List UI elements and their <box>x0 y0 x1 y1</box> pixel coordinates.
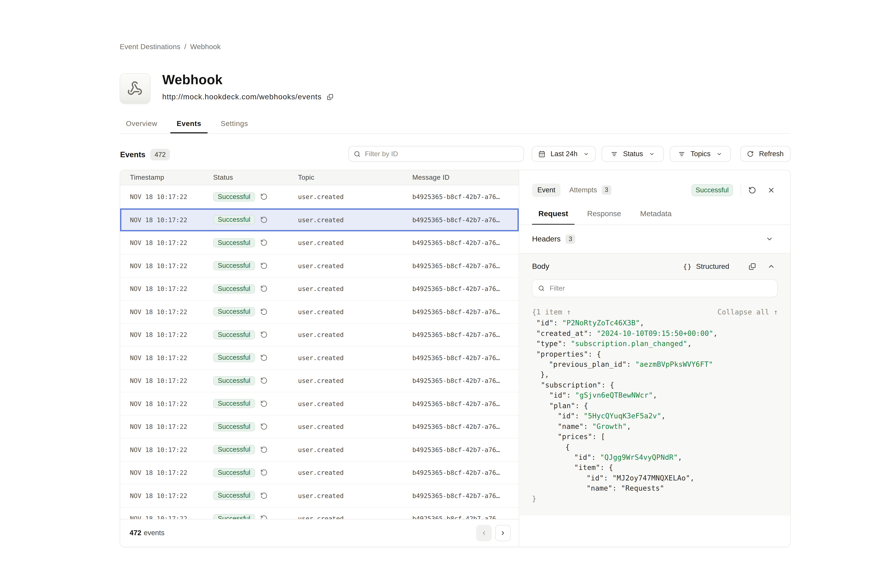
table-row[interactable]: NOV 18 10:17:22 Successful user.created … <box>120 369 519 392</box>
retry-icon[interactable] <box>260 507 268 519</box>
events-table: Timestamp Status Topic Message ID NOV 18… <box>120 170 519 547</box>
time-range-button[interactable]: Last 24h <box>532 146 595 162</box>
status-filter-button[interactable]: Status <box>601 146 664 162</box>
chevron-down-icon <box>583 151 589 157</box>
filter-by-id-input[interactable]: Filter by ID <box>349 146 524 162</box>
cell-timestamp: NOV 18 10:17:22 <box>130 208 187 231</box>
cell-message-id: b4925365-b8cf-42b7-a76… <box>412 484 515 507</box>
events-card: Timestamp Status Topic Message ID NOV 18… <box>120 170 791 547</box>
cell-message-id: b4925365-b8cf-42b7-a76… <box>412 507 515 519</box>
table-row[interactable]: NOV 18 10:17:22 Successful user.created … <box>120 208 519 231</box>
table-row[interactable]: NOV 18 10:17:22 Successful user.created … <box>120 323 519 346</box>
retry-icon[interactable] <box>260 416 268 438</box>
nav-tab[interactable]: Events <box>170 113 207 134</box>
table-row[interactable]: NOV 18 10:17:22 Successful user.created … <box>120 438 519 461</box>
json-line: "created_at": "2024-10-10T09:15:50+00:00… <box>532 328 787 339</box>
cell-status: Successful <box>213 392 255 415</box>
headers-count-badge: 3 <box>565 234 576 244</box>
topics-filter-label: Topics <box>691 150 711 158</box>
panel-tab[interactable]: Metadata <box>634 203 678 225</box>
search-icon <box>538 285 545 292</box>
retry-icon[interactable] <box>260 208 268 231</box>
retry-icon[interactable] <box>260 231 268 254</box>
chevron-down-icon <box>649 151 655 157</box>
body-section-header: Body {} Structured <box>519 254 790 279</box>
table-row[interactable]: NOV 18 10:17:22 Successful user.created … <box>120 300 519 323</box>
status-badge: Successful <box>213 330 255 339</box>
refresh-button[interactable]: Refresh <box>740 146 791 162</box>
status-badge: Successful <box>213 215 255 224</box>
table-row[interactable]: NOV 18 10:17:22 Successful user.created … <box>120 484 519 507</box>
table-row[interactable]: NOV 18 10:17:22 Successful user.created … <box>120 416 519 438</box>
tab-attempts[interactable]: Attempts 3 <box>569 183 612 197</box>
nav-tab[interactable]: Overview <box>120 113 164 134</box>
cell-timestamp: NOV 18 10:17:22 <box>130 231 187 254</box>
table-row[interactable]: NOV 18 10:17:22 Successful user.created … <box>120 392 519 416</box>
json-line: "subscription": { <box>532 380 787 390</box>
webhook-icon <box>127 81 143 96</box>
topics-filter-button[interactable]: Topics <box>669 146 731 162</box>
structured-toggle[interactable]: {} Structured <box>683 254 729 279</box>
chevron-down-icon[interactable] <box>765 235 773 243</box>
table-row[interactable]: NOV 18 10:17:22 Successful user.created … <box>120 507 519 519</box>
cell-timestamp: NOV 18 10:17:22 <box>130 346 187 369</box>
cell-timestamp: NOV 18 10:17:22 <box>130 278 187 300</box>
retry-icon[interactable] <box>260 438 268 461</box>
cell-timestamp: NOV 18 10:17:22 <box>130 186 187 208</box>
json-line: "name": "Requests" <box>532 483 787 494</box>
nav-tab[interactable]: Settings <box>214 113 254 134</box>
cell-topic: user.created <box>298 369 344 392</box>
headers-section[interactable]: Headers 3 <box>519 225 790 253</box>
cell-message-id: b4925365-b8cf-42b7-a76… <box>412 254 515 277</box>
cell-topic: user.created <box>298 438 344 461</box>
table-row[interactable]: NOV 18 10:17:22 Successful user.created … <box>120 278 519 300</box>
table-footer: 472 events <box>120 519 519 547</box>
table-row[interactable]: NOV 18 10:17:22 Successful user.created … <box>120 231 519 254</box>
collapse-all-button[interactable]: Collapse all ↑ <box>717 308 778 316</box>
retry-icon[interactable] <box>260 346 268 369</box>
chevron-up-icon[interactable] <box>767 262 776 271</box>
table-row[interactable]: NOV 18 10:17:22 Successful user.created … <box>120 254 519 278</box>
body-filter-input[interactable]: Filter <box>532 279 777 297</box>
cell-status: Successful <box>213 323 255 346</box>
copy-body-icon[interactable] <box>748 262 756 271</box>
cell-message-id: b4925365-b8cf-42b7-a76… <box>412 392 515 415</box>
panel-tab[interactable]: Request <box>532 203 574 225</box>
panel-tab[interactable]: Response <box>581 203 628 225</box>
copy-url-icon[interactable] <box>326 94 333 100</box>
close-panel-icon[interactable] <box>767 186 776 194</box>
retry-icon[interactable] <box>260 186 268 208</box>
retry-icon[interactable] <box>260 369 268 392</box>
retry-icon[interactable] <box>260 484 268 507</box>
retry-icon[interactable] <box>260 461 268 484</box>
cell-timestamp: NOV 18 10:17:22 <box>130 369 187 392</box>
filter-by-id-placeholder: Filter by ID <box>365 150 398 158</box>
table-row[interactable]: NOV 18 10:17:22 Successful user.created … <box>120 186 519 208</box>
previous-page-button[interactable] <box>476 525 492 541</box>
retry-icon[interactable] <box>260 323 268 346</box>
status-badge: Successful <box>213 514 255 519</box>
table-row[interactable]: NOV 18 10:17:22 Successful user.created … <box>120 346 519 369</box>
retry-icon[interactable] <box>260 254 268 277</box>
next-page-button[interactable] <box>495 525 510 541</box>
tab-event[interactable]: Event <box>532 183 561 197</box>
items-count-toggle[interactable]: {1 item ↑ <box>532 308 571 316</box>
cell-message-id: b4925365-b8cf-42b7-a76… <box>412 416 515 438</box>
json-line: "type": "subscription.plan_changed", <box>532 339 787 349</box>
status-badge: Successful <box>213 192 255 201</box>
retry-icon[interactable] <box>260 300 268 323</box>
events-count-badge: 472 <box>150 149 170 160</box>
breadcrumb-item-event-destinations[interactable]: Event Destinations <box>120 42 180 51</box>
cell-topic: user.created <box>298 278 344 300</box>
cell-topic: user.created <box>298 392 344 415</box>
retry-icon[interactable] <box>260 392 268 415</box>
retry-event-icon[interactable] <box>748 186 756 194</box>
breadcrumb-item-webhook[interactable]: Webhook <box>190 42 221 51</box>
json-line: "id": "P2NoRtyZoTc46X3B", <box>532 318 787 328</box>
cell-timestamp: NOV 18 10:17:22 <box>130 438 187 461</box>
headers-label: Headers <box>532 235 561 243</box>
table-row[interactable]: NOV 18 10:17:22 Successful user.created … <box>120 461 519 484</box>
retry-icon[interactable] <box>260 278 268 300</box>
status-badge: Successful <box>213 284 255 293</box>
cell-topic: user.created <box>298 323 344 346</box>
